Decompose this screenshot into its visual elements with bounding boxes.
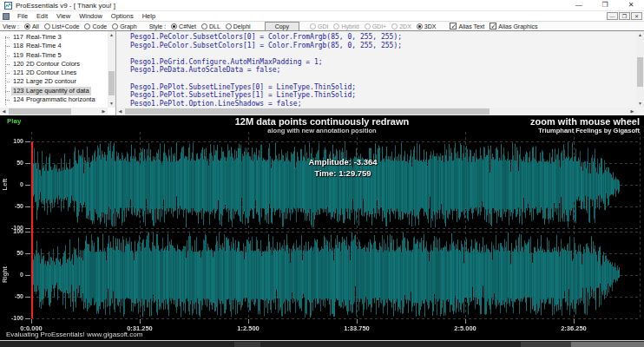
render-radio-label: Hybrid [341,23,358,29]
menu-options[interactable]: Options [107,11,138,21]
code-line-4: Pesgo1.PeData.AutoScaleData = false; [130,66,634,75]
view-radio-code[interactable]: Code [84,23,107,29]
scroll-left-icon[interactable]: ◀ [116,108,124,115]
x-tick-label: 1:2.500 [218,324,279,332]
render-radio-2dx: 2DX [391,23,411,29]
waveform-plot[interactable] [0,115,644,340]
style-radio-label: C#Net [179,23,196,29]
restore-icon[interactable]: ❐ [592,0,618,11]
code-vertical-scrollbar[interactable]: ▲ ▼ [636,31,644,108]
checkbox-alias-text[interactable]: ✓Alias Text [450,23,484,29]
minimize-icon[interactable]: — [566,0,592,11]
tree-item-number: 121 [13,69,26,77]
tree-item-label: 2D Contour Lines [26,69,76,76]
render-radio-gdi: GDI [310,23,328,29]
chart-right-subtitle: Triumphant Feelings by Gigasoft [538,127,640,134]
window-controls: — ❐ ✕ [566,0,644,11]
copy-button[interactable]: Copy [265,22,299,31]
tree-item-122[interactable]: 122Large 2D contour [0,77,108,86]
y-tick-label: 0 [0,272,23,278]
mdi-minimize-icon[interactable]: — [607,12,618,20]
style-radio-label: DLL [209,23,220,29]
style-radio-label: Delphi [233,23,251,29]
scroll-up-icon[interactable]: ▲ [636,31,644,39]
tree-item-label: Programmatic horizonta [26,95,95,103]
radio-icon [24,23,30,29]
code-horizontal-scrollbar[interactable]: ◀ ▶ [116,108,636,115]
application-window: ProEssentials v9 - [ Thank you! ] — ❐ ✕ … [0,0,644,347]
y-tick-label: 0 [0,181,23,187]
tree-item-121[interactable]: 1212D Contour Lines [0,69,108,77]
tree-item-label: Large quantity of data [26,87,89,95]
tree-item-number: 117 [13,33,26,42]
style-radio-delphi[interactable]: Delphi [226,23,251,29]
tree-vertical-scrollbar[interactable]: ▲ ▼ [108,31,115,108]
tree-item-119[interactable]: 119Real-Time 5 [0,51,108,60]
render-radio-gdi: GDI+ [365,23,387,29]
close-icon[interactable]: ✕ [618,0,644,11]
tree-item-120[interactable]: 1202D Contour Colors [0,60,108,69]
scroll-left-icon[interactable]: ◀ [0,108,8,115]
style-radio-cnet[interactable]: C#Net [171,23,196,29]
tree-item-content: 117Real-Time 3 [11,33,63,42]
y-tick-label: 50 [0,250,23,256]
view-radio-label: Graph [120,23,136,29]
checkbox-alias-graphics[interactable]: ✓Alias Graphics [490,23,537,29]
code-hscroll-thumb[interactable] [125,108,490,115]
child-window-icon [3,13,10,20]
menu-view[interactable]: View [52,11,75,21]
code-vscroll-thumb[interactable] [637,57,643,87]
tree-item-label: Real-Time 3 [26,33,62,41]
mdi-restore-icon[interactable]: ❐ [619,12,630,20]
radio-icon [333,23,339,29]
x-tick-label: 2:36.250 [543,324,604,332]
scroll-right-icon[interactable]: ▶ [628,108,636,115]
checkbox-label: Alias Text [458,23,484,29]
radio-icon [112,23,118,29]
render-radio-3dx[interactable]: 3DX [417,23,437,29]
scroll-up-icon[interactable]: ▲ [108,31,115,39]
menu-help[interactable]: Help [138,11,160,21]
render-radio-label: 3DX [424,23,437,29]
tree-item-124[interactable]: 124Programmatic horizonta [0,95,108,104]
title-bar: ProEssentials v9 - [ Thank you! ] — ❐ ✕ [0,0,644,11]
tree-item-label: 2D Contour Colors [26,60,80,68]
window-title: ProEssentials v9 - [ Thank you! ] [16,2,115,10]
scroll-right-icon[interactable]: ▶ [100,108,108,115]
scroll-down-icon[interactable]: ▼ [636,100,644,108]
tree-item-123[interactable]: 123Large quantity of data [0,87,108,95]
checkbox-icon: ✓ [490,23,496,29]
view-radio-label: All [32,23,39,29]
tree-item-118[interactable]: 118Real-Time 4 [0,42,108,50]
tree-item-label: Large 2D contour [26,77,76,85]
tree-item-label: Real-Time 5 [26,51,62,59]
tree-item-number: 122 [13,77,26,86]
code-line-8: Pesgo1.PePlot.Option.LineShadows = false… [130,100,634,107]
view-radio-graph[interactable]: Graph [112,23,136,29]
menu-file[interactable]: File [13,11,32,21]
tree-item-content: 124Programmatic horizonta [11,95,97,104]
tree-horizontal-scrollbar[interactable]: ◀ ▶ [0,108,108,115]
radio-icon [84,23,90,29]
tree-item-number: 118 [13,42,26,50]
view-radio-listcode[interactable]: List+Code [44,23,80,29]
code-line-0: Pesgo1.PeColor.SubsetColors[0] = Color.F… [130,33,634,42]
style-radio-dll[interactable]: DLL [201,23,220,29]
code-panel[interactable]: Pesgo1.PeColor.SubsetColors[0] = Color.F… [116,31,644,115]
tree-item-content: 122Large 2D contour [11,77,78,86]
radio-icon [171,23,177,29]
render-radio-label: GDI+ [372,23,387,29]
menu-window[interactable]: Window [75,11,107,21]
radio-icon [417,23,423,29]
tree-item-117[interactable]: 117Real-Time 3 [0,33,108,42]
render-radio-hybrid: Hybrid [333,23,358,29]
menu-edit[interactable]: Edit [32,11,52,21]
menu-bar: FileEditViewWindowOptionsHelp — ❐ ✕ [0,11,644,21]
mdi-close-icon[interactable]: ✕ [631,12,642,20]
tree-vscroll-thumb[interactable] [108,71,115,95]
taskbar-fragment [521,342,571,347]
scroll-down-icon[interactable]: ▼ [108,100,115,108]
view-radio-all[interactable]: All [24,23,39,29]
code-line-1: Pesgo1.PeColor.SubsetColors[1] = Color.F… [130,42,634,50]
tree-hscroll-thumb[interactable] [9,108,71,115]
